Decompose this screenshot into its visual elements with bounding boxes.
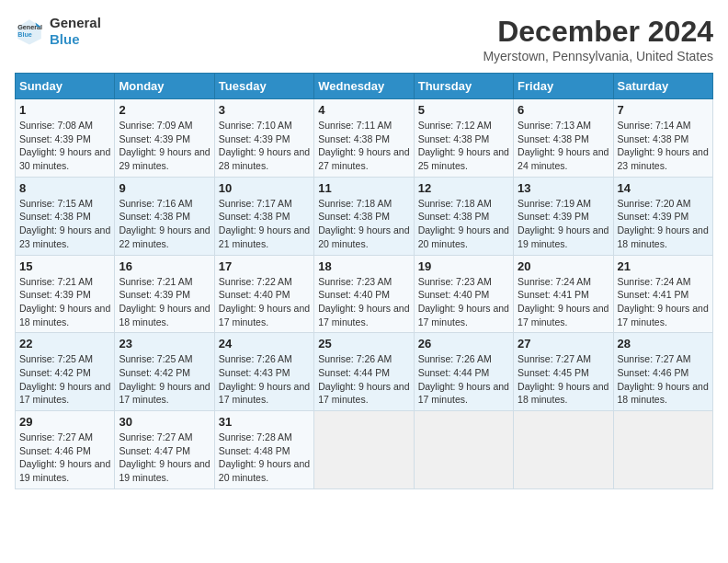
day-number: 17 bbox=[219, 259, 310, 273]
day-number: 22 bbox=[19, 337, 110, 350]
day-info: Sunrise: 7:14 AM Sunset: 4:38 PM Dayligh… bbox=[618, 119, 709, 173]
calendar-cell: 10 Sunrise: 7:17 AM Sunset: 4:38 PM Dayl… bbox=[214, 177, 313, 255]
calendar-cell: 12 Sunrise: 7:18 AM Sunset: 4:38 PM Dayl… bbox=[414, 177, 513, 255]
day-number: 3 bbox=[219, 103, 310, 117]
calendar-cell: 22 Sunrise: 7:25 AM Sunset: 4:42 PM Dayl… bbox=[16, 333, 115, 411]
day-info: Sunrise: 7:17 AM Sunset: 4:38 PM Dayligh… bbox=[219, 197, 310, 251]
calendar-cell: 16 Sunrise: 7:21 AM Sunset: 4:39 PM Dayl… bbox=[115, 255, 214, 333]
day-number: 18 bbox=[318, 259, 409, 273]
day-info: Sunrise: 7:25 AM Sunset: 4:42 PM Dayligh… bbox=[119, 352, 210, 407]
day-info: Sunrise: 7:23 AM Sunset: 4:40 PM Dayligh… bbox=[418, 275, 509, 329]
week-row-2: 15 Sunrise: 7:21 AM Sunset: 4:39 PM Dayl… bbox=[16, 255, 713, 333]
day-number: 2 bbox=[119, 103, 210, 117]
day-number: 23 bbox=[119, 337, 210, 350]
logo-icon: General Blue bbox=[15, 17, 44, 46]
day-info: Sunrise: 7:13 AM Sunset: 4:38 PM Dayligh… bbox=[518, 119, 609, 173]
page-header: General Blue General Blue December 2024 … bbox=[15, 15, 713, 63]
day-number: 20 bbox=[518, 259, 609, 273]
logo-general: General bbox=[50, 15, 101, 31]
calendar-cell: 4 Sunrise: 7:11 AM Sunset: 4:38 PM Dayli… bbox=[314, 99, 414, 178]
day-info: Sunrise: 7:27 AM Sunset: 4:47 PM Dayligh… bbox=[119, 431, 210, 485]
day-number: 29 bbox=[19, 415, 110, 429]
day-number: 8 bbox=[19, 181, 110, 195]
calendar-cell: 13 Sunrise: 7:19 AM Sunset: 4:39 PM Dayl… bbox=[514, 177, 613, 255]
calendar-cell bbox=[314, 411, 414, 489]
calendar-cell: 15 Sunrise: 7:21 AM Sunset: 4:39 PM Dayl… bbox=[16, 255, 115, 333]
title-block: December 2024 Myerstown, Pennsylvania, U… bbox=[483, 15, 713, 63]
week-row-3: 22 Sunrise: 7:25 AM Sunset: 4:42 PM Dayl… bbox=[16, 333, 713, 411]
day-info: Sunrise: 7:26 AM Sunset: 4:43 PM Dayligh… bbox=[219, 352, 310, 407]
day-number: 28 bbox=[618, 337, 709, 350]
day-info: Sunrise: 7:10 AM Sunset: 4:39 PM Dayligh… bbox=[219, 119, 310, 173]
calendar-cell: 31 Sunrise: 7:28 AM Sunset: 4:48 PM Dayl… bbox=[214, 411, 313, 489]
day-info: Sunrise: 7:09 AM Sunset: 4:39 PM Dayligh… bbox=[119, 119, 210, 173]
calendar-cell bbox=[414, 411, 513, 489]
day-number: 19 bbox=[418, 259, 509, 273]
calendar-cell: 27 Sunrise: 7:27 AM Sunset: 4:45 PM Dayl… bbox=[514, 333, 613, 411]
calendar-cell bbox=[514, 411, 613, 489]
day-info: Sunrise: 7:26 AM Sunset: 4:44 PM Dayligh… bbox=[418, 352, 509, 407]
day-number: 4 bbox=[318, 103, 409, 117]
calendar-cell: 29 Sunrise: 7:27 AM Sunset: 4:46 PM Dayl… bbox=[16, 411, 115, 489]
header-tuesday: Tuesday bbox=[214, 74, 313, 99]
day-number: 6 bbox=[518, 103, 609, 117]
header-monday: Monday bbox=[115, 74, 214, 99]
calendar-cell: 19 Sunrise: 7:23 AM Sunset: 4:40 PM Dayl… bbox=[414, 255, 513, 333]
day-number: 14 bbox=[618, 181, 709, 195]
calendar-cell: 11 Sunrise: 7:18 AM Sunset: 4:38 PM Dayl… bbox=[314, 177, 414, 255]
day-info: Sunrise: 7:21 AM Sunset: 4:39 PM Dayligh… bbox=[19, 275, 110, 329]
logo: General Blue General Blue bbox=[15, 15, 101, 48]
day-number: 5 bbox=[418, 103, 509, 117]
day-info: Sunrise: 7:26 AM Sunset: 4:44 PM Dayligh… bbox=[318, 352, 409, 407]
calendar-cell: 8 Sunrise: 7:15 AM Sunset: 4:38 PM Dayli… bbox=[16, 177, 115, 255]
day-info: Sunrise: 7:20 AM Sunset: 4:39 PM Dayligh… bbox=[618, 197, 709, 251]
calendar-table: SundayMondayTuesdayWednesdayThursdayFrid… bbox=[15, 73, 713, 489]
calendar-cell: 17 Sunrise: 7:22 AM Sunset: 4:40 PM Dayl… bbox=[214, 255, 313, 333]
day-info: Sunrise: 7:21 AM Sunset: 4:39 PM Dayligh… bbox=[119, 275, 210, 329]
location-subtitle: Myerstown, Pennsylvania, United States bbox=[483, 49, 713, 63]
day-number: 21 bbox=[618, 259, 709, 273]
day-number: 30 bbox=[119, 415, 210, 429]
day-number: 24 bbox=[219, 337, 310, 350]
calendar-cell: 2 Sunrise: 7:09 AM Sunset: 4:39 PM Dayli… bbox=[115, 99, 214, 178]
calendar-cell: 24 Sunrise: 7:26 AM Sunset: 4:43 PM Dayl… bbox=[214, 333, 313, 411]
day-number: 10 bbox=[219, 181, 310, 195]
day-info: Sunrise: 7:27 AM Sunset: 4:46 PM Dayligh… bbox=[19, 431, 110, 485]
day-number: 25 bbox=[318, 337, 409, 350]
header-thursday: Thursday bbox=[414, 74, 513, 99]
day-number: 9 bbox=[119, 181, 210, 195]
day-number: 7 bbox=[618, 103, 709, 117]
week-row-0: 1 Sunrise: 7:08 AM Sunset: 4:39 PM Dayli… bbox=[16, 99, 713, 178]
day-number: 16 bbox=[119, 259, 210, 273]
calendar-cell: 20 Sunrise: 7:24 AM Sunset: 4:41 PM Dayl… bbox=[514, 255, 613, 333]
day-info: Sunrise: 7:18 AM Sunset: 4:38 PM Dayligh… bbox=[418, 197, 509, 251]
day-info: Sunrise: 7:25 AM Sunset: 4:42 PM Dayligh… bbox=[19, 352, 110, 407]
calendar-cell: 6 Sunrise: 7:13 AM Sunset: 4:38 PM Dayli… bbox=[514, 99, 613, 178]
day-info: Sunrise: 7:27 AM Sunset: 4:46 PM Dayligh… bbox=[618, 352, 709, 407]
day-info: Sunrise: 7:28 AM Sunset: 4:48 PM Dayligh… bbox=[219, 431, 310, 485]
svg-text:Blue: Blue bbox=[17, 30, 32, 39]
month-title: December 2024 bbox=[483, 15, 713, 49]
calendar-cell: 25 Sunrise: 7:26 AM Sunset: 4:44 PM Dayl… bbox=[314, 333, 414, 411]
calendar-cell bbox=[613, 411, 712, 489]
day-number: 12 bbox=[418, 181, 509, 195]
calendar-cell: 26 Sunrise: 7:26 AM Sunset: 4:44 PM Dayl… bbox=[414, 333, 513, 411]
header-sunday: Sunday bbox=[16, 74, 115, 99]
calendar-cell: 30 Sunrise: 7:27 AM Sunset: 4:47 PM Dayl… bbox=[115, 411, 214, 489]
calendar-cell: 1 Sunrise: 7:08 AM Sunset: 4:39 PM Dayli… bbox=[16, 99, 115, 178]
day-info: Sunrise: 7:12 AM Sunset: 4:38 PM Dayligh… bbox=[418, 119, 509, 173]
day-number: 15 bbox=[19, 259, 110, 273]
calendar-cell: 14 Sunrise: 7:20 AM Sunset: 4:39 PM Dayl… bbox=[613, 177, 712, 255]
day-info: Sunrise: 7:22 AM Sunset: 4:40 PM Dayligh… bbox=[219, 275, 310, 329]
calendar-cell: 21 Sunrise: 7:24 AM Sunset: 4:41 PM Dayl… bbox=[613, 255, 712, 333]
header-wednesday: Wednesday bbox=[314, 74, 414, 99]
day-info: Sunrise: 7:24 AM Sunset: 4:41 PM Dayligh… bbox=[618, 275, 709, 329]
week-row-4: 29 Sunrise: 7:27 AM Sunset: 4:46 PM Dayl… bbox=[16, 411, 713, 489]
calendar-cell: 23 Sunrise: 7:25 AM Sunset: 4:42 PM Dayl… bbox=[115, 333, 214, 411]
logo-blue: Blue bbox=[50, 31, 101, 48]
day-info: Sunrise: 7:23 AM Sunset: 4:40 PM Dayligh… bbox=[318, 275, 409, 329]
day-info: Sunrise: 7:19 AM Sunset: 4:39 PM Dayligh… bbox=[518, 197, 609, 251]
calendar-cell: 7 Sunrise: 7:14 AM Sunset: 4:38 PM Dayli… bbox=[613, 99, 712, 178]
header-row: SundayMondayTuesdayWednesdayThursdayFrid… bbox=[16, 74, 713, 99]
day-number: 1 bbox=[19, 103, 110, 117]
